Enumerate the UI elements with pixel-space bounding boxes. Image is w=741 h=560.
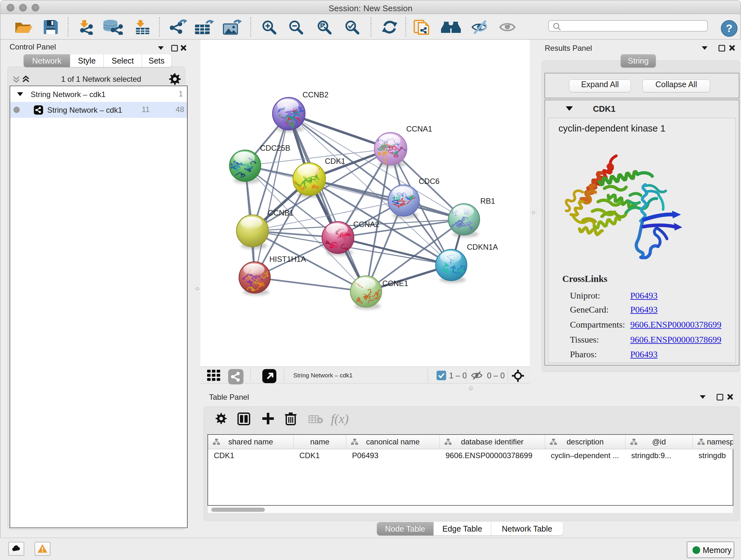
svg-text:CDK1: CDK1	[325, 157, 345, 165]
svg-text:RB1: RB1	[480, 197, 495, 205]
svg-text:CCNE1: CCNE1	[382, 279, 408, 288]
svg-text:CCNA1: CCNA1	[406, 125, 432, 133]
svg-text:HIST1H1A: HIST1H1A	[269, 255, 306, 263]
svg-text:CDC6: CDC6	[419, 177, 440, 186]
svg-text:?: ?	[726, 22, 733, 34]
svg-text:CDKN1A: CDKN1A	[467, 243, 498, 251]
svg-text:CDC25B: CDC25B	[260, 144, 290, 152]
svg-text:CCNA2: CCNA2	[353, 220, 379, 229]
svg-text:CCNB2: CCNB2	[302, 90, 328, 99]
svg-text:CCNB1: CCNB1	[268, 208, 293, 217]
